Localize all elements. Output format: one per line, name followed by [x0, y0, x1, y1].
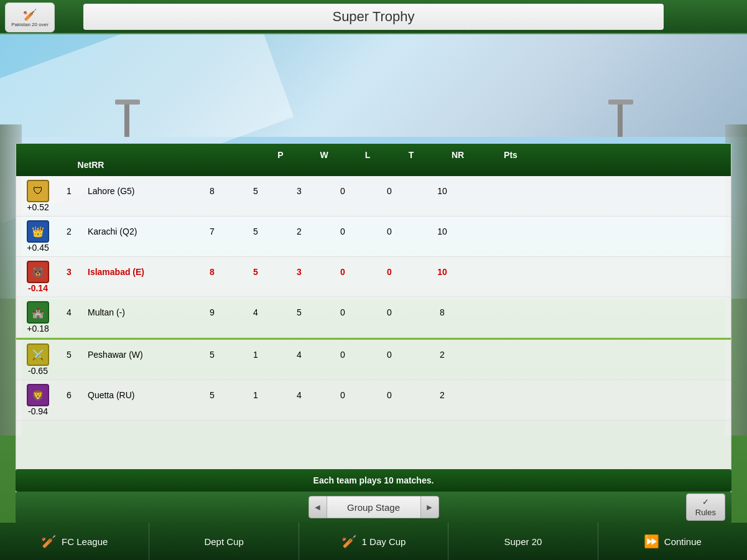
netrr-quetta: -0.94: [22, 406, 53, 416]
p-peshawar: 5: [190, 350, 234, 360]
info-bar: Each team plays 10 matches.: [16, 469, 731, 492]
nav-super20[interactable]: Super 20: [448, 523, 598, 560]
t-multan: 0: [321, 307, 364, 317]
netrr-islamabad: -0.14: [22, 283, 53, 293]
cricket-ball-icon: 🏏: [23, 8, 37, 22]
table-row: ⚔️ 5 Peshawar (W) 5 1 4 0 0 2 -0.65: [16, 340, 731, 380]
rank-1: 1: [53, 186, 85, 196]
rules-button[interactable]: ✓ Rules: [686, 493, 725, 521]
nav-continue[interactable]: ⏩ Continue: [598, 523, 747, 560]
l-quetta: 4: [277, 390, 321, 400]
nav-super20-label: Super 20: [504, 536, 542, 547]
header-bar: 🏏 Pakistan 20 over Super Trophy: [0, 0, 747, 34]
rules-check-icon: ✓: [702, 497, 709, 506]
p-lahore: 8: [190, 186, 234, 196]
table-row: 🦁 6 Quetta (RU) 5 1 4 0 0 2 -0.94: [16, 380, 731, 421]
pts-karachi: 10: [414, 226, 470, 236]
nr-lahore: 0: [364, 186, 414, 196]
team-col-header: [22, 150, 259, 160]
team-name-karachi: Karachi (Q2): [85, 226, 190, 236]
t-karachi: 0: [321, 226, 364, 236]
table-row: 🏰 4 Multan (-) 9 4 5 0 0 8 +0.18: [16, 297, 731, 338]
p-col-header: P: [259, 150, 302, 160]
nr-multan: 0: [364, 307, 414, 317]
floodlight-left: [124, 100, 129, 137]
team-name-quetta: Quetta (RU): [85, 390, 190, 400]
t-col-header: T: [389, 150, 433, 160]
table-row: 🐻 3 Islamabad (E) 8 5 3 0 0 10 -0.14: [16, 257, 731, 297]
team-badge-karachi: 👑: [27, 220, 49, 243]
pts-islamabad: 10: [414, 267, 470, 277]
team-name-lahore: Lahore (G5): [85, 186, 190, 196]
team-name-peshawar: Peshawar (W): [85, 350, 190, 360]
standings-table: P W L T NR Pts NetRR 🛡 1 Lahore (G5) 8 5…: [16, 143, 731, 502]
stage-label: Group Stage: [327, 496, 420, 518]
bottom-navigation: 🏏 FC League Dept Cup 🏏 1 Day Cup Super 2…: [0, 523, 747, 560]
stage-prev-button[interactable]: ◄: [309, 496, 327, 518]
w-karachi: 5: [234, 226, 277, 236]
continue-icon: ⏩: [644, 534, 659, 549]
nav-dept-cup-label: Dept Cup: [204, 536, 243, 547]
t-quetta: 0: [321, 390, 364, 400]
nav-continue-label: Continue: [664, 536, 702, 547]
pts-lahore: 10: [414, 186, 470, 196]
pts-peshawar: 2: [414, 350, 470, 360]
rank-4: 4: [53, 307, 85, 317]
pts-quetta: 2: [414, 390, 470, 400]
nav-dept-cup[interactable]: Dept Cup: [149, 523, 299, 560]
nr-col-header: NR: [433, 150, 483, 160]
t-lahore: 0: [321, 186, 364, 196]
nav-1day-cup-label: 1 Day Cup: [362, 536, 406, 547]
w-multan: 4: [234, 307, 277, 317]
team-badge-islamabad: 🐻: [27, 261, 49, 283]
w-lahore: 5: [234, 186, 277, 196]
nr-karachi: 0: [364, 226, 414, 236]
team-badge-quetta: 🦁: [27, 384, 49, 406]
w-islamabad: 5: [234, 267, 277, 277]
team-name-islamabad: Islamabad (E): [85, 267, 190, 277]
table-row: 👑 2 Karachi (Q2) 7 5 2 0 0 10 +0.45: [16, 217, 731, 257]
stage-selector: ◄ Group Stage ►: [309, 496, 439, 518]
stage-next-button[interactable]: ►: [420, 496, 439, 518]
rank-6: 6: [53, 390, 85, 400]
nr-islamabad: 0: [364, 267, 414, 277]
netrr-multan: +0.18: [22, 324, 53, 334]
w-quetta: 1: [234, 390, 277, 400]
team-name-multan: Multan (-): [85, 307, 190, 317]
w-col-header: W: [302, 150, 346, 160]
w-peshawar: 1: [234, 350, 277, 360]
pts-col-header: Pts: [483, 150, 539, 160]
t-peshawar: 0: [321, 350, 364, 360]
p-islamabad: 8: [190, 267, 234, 277]
page-title: Super Trophy: [83, 4, 663, 30]
table-row: 🛡 1 Lahore (G5) 8 5 3 0 0 10 +0.52: [16, 176, 731, 217]
team-badge-multan: 🏰: [27, 301, 49, 324]
p-multan: 9: [190, 307, 234, 317]
info-text: Each team plays 10 matches.: [313, 475, 434, 485]
netrr-col-header: NetRR: [22, 160, 159, 170]
team-badge-lahore: 🛡: [27, 180, 49, 202]
logo-text: Pakistan 20 over: [11, 22, 49, 27]
netrr-peshawar: -0.65: [22, 366, 53, 376]
cricket-icon-1: 🏏: [41, 534, 57, 549]
pts-multan: 8: [414, 307, 470, 317]
nr-quetta: 0: [364, 390, 414, 400]
nav-fc-league[interactable]: 🏏 FC League: [0, 523, 149, 560]
table-header-row: P W L T NR Pts NetRR: [16, 144, 731, 176]
rank-3: 3: [53, 267, 85, 277]
cricket-icon-2: 🏏: [341, 534, 357, 549]
l-islamabad: 3: [277, 267, 321, 277]
l-lahore: 3: [277, 186, 321, 196]
l-multan: 5: [277, 307, 321, 317]
team-badge-peshawar: ⚔️: [27, 343, 49, 366]
stage-navigation-bar: ◄ Group Stage ► ✓ Rules: [16, 492, 731, 523]
l-karachi: 2: [277, 226, 321, 236]
t-islamabad: 0: [321, 267, 364, 277]
p-karachi: 7: [190, 226, 234, 236]
rules-label: Rules: [695, 508, 716, 517]
netrr-lahore: +0.52: [22, 202, 53, 212]
l-peshawar: 4: [277, 350, 321, 360]
nav-1day-cup[interactable]: 🏏 1 Day Cup: [299, 523, 448, 560]
l-col-header: L: [346, 150, 389, 160]
p-quetta: 5: [190, 390, 234, 400]
